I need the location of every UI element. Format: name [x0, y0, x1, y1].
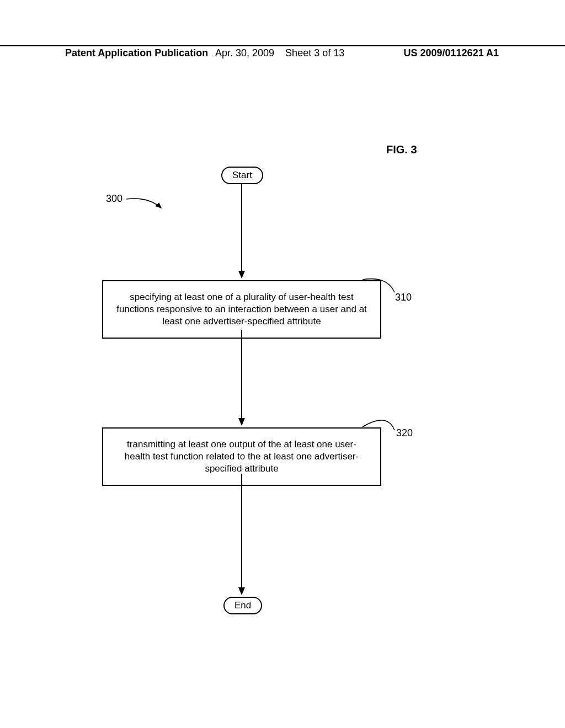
flow-arrows [0, 0, 565, 728]
start-terminal: Start [221, 167, 263, 184]
process-box-310: specifying at least one of a plurality o… [102, 280, 381, 339]
end-terminal: End [223, 597, 262, 614]
header-date: Apr. 30, 2009 [215, 47, 274, 58]
reference-310: 310 [395, 292, 412, 303]
header-pubnum: US 2009/0112621 A1 [404, 47, 565, 59]
figure-label: FIG. 3 [386, 143, 417, 156]
header-left: Patent Application Publication [0, 47, 208, 59]
reference-320: 320 [396, 427, 413, 439]
header-sheet: Sheet 3 of 13 [285, 47, 344, 58]
process-box-320: transmitting at least one output of the … [102, 427, 381, 486]
reference-300: 300 [106, 193, 122, 205]
header-center: Apr. 30, 2009 Sheet 3 of 13 [215, 47, 344, 59]
page-header: Patent Application Publication Apr. 30, … [0, 45, 565, 59]
